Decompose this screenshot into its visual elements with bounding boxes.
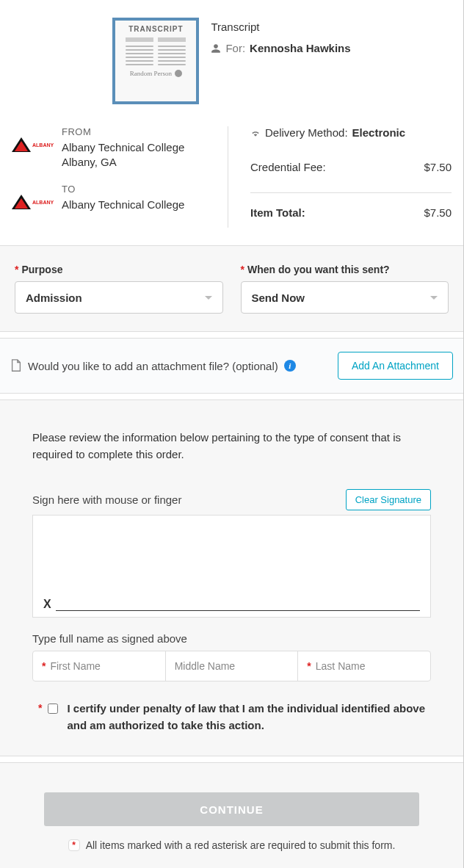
sign-label: Sign here with mouse or finger bbox=[32, 493, 181, 506]
consent-intro: Please review the information below pert… bbox=[32, 430, 431, 463]
credential-fee-label: Credential Fee: bbox=[250, 161, 326, 173]
item-total-label: Item Total: bbox=[250, 206, 305, 219]
credential-fee-value: $7.50 bbox=[424, 161, 452, 173]
purpose-select[interactable]: Admission bbox=[15, 281, 223, 314]
when-label: When do you want this sent? bbox=[247, 264, 390, 275]
user-icon bbox=[211, 43, 221, 54]
purpose-label: Purpose bbox=[21, 264, 62, 275]
footer-note: All items marked with a red asterisk are… bbox=[86, 839, 396, 851]
add-attachment-button[interactable]: Add An Attachment bbox=[338, 352, 453, 380]
from-location: Albany, GA bbox=[62, 155, 184, 170]
signature-pad[interactable]: X bbox=[32, 515, 431, 618]
delivery-method-value: Electronic bbox=[352, 126, 406, 139]
name-label: Type full name as signed above bbox=[32, 632, 431, 645]
from-institution-logo: ALBANY bbox=[12, 134, 53, 156]
document-icon bbox=[10, 359, 22, 372]
certify-checkbox[interactable] bbox=[48, 704, 58, 714]
signature-x: X bbox=[43, 598, 51, 611]
item-total-value: $7.50 bbox=[424, 206, 452, 219]
delivery-icon bbox=[250, 128, 261, 138]
thumb-title: TRANSCRIPT bbox=[128, 25, 183, 33]
info-icon[interactable]: i bbox=[284, 360, 296, 372]
continue-button[interactable]: CONTINUE bbox=[44, 792, 419, 826]
middle-name-input[interactable] bbox=[175, 660, 289, 672]
certify-text: I certify under penalty of law that I am… bbox=[67, 701, 431, 734]
for-label: For: bbox=[225, 42, 245, 54]
when-value: Send Now bbox=[252, 292, 305, 304]
chevron-down-icon bbox=[205, 296, 212, 300]
clear-signature-button[interactable]: Clear Signature bbox=[346, 489, 431, 510]
purpose-value: Admission bbox=[26, 292, 82, 304]
transcript-thumbnail: TRANSCRIPT Random Person bbox=[112, 18, 199, 104]
to-institution-logo: ALBANY bbox=[12, 191, 53, 213]
attachment-question: Would you like to add an attachment file… bbox=[28, 360, 278, 372]
to-name: Albany Technical College bbox=[62, 198, 184, 212]
last-name-input[interactable] bbox=[316, 660, 421, 672]
from-name: Albany Technical College bbox=[62, 140, 184, 155]
document-type: Transcript bbox=[211, 21, 350, 33]
from-label: FROM bbox=[62, 126, 184, 137]
recipient-name: Kennosha Hawkins bbox=[250, 42, 351, 54]
required-badge-icon: * bbox=[68, 839, 80, 851]
delivery-method-label: Delivery Method: bbox=[265, 126, 348, 139]
chevron-down-icon bbox=[430, 296, 438, 300]
to-label: TO bbox=[62, 184, 184, 195]
when-select[interactable]: Send Now bbox=[241, 281, 449, 314]
first-name-input[interactable] bbox=[50, 660, 156, 672]
